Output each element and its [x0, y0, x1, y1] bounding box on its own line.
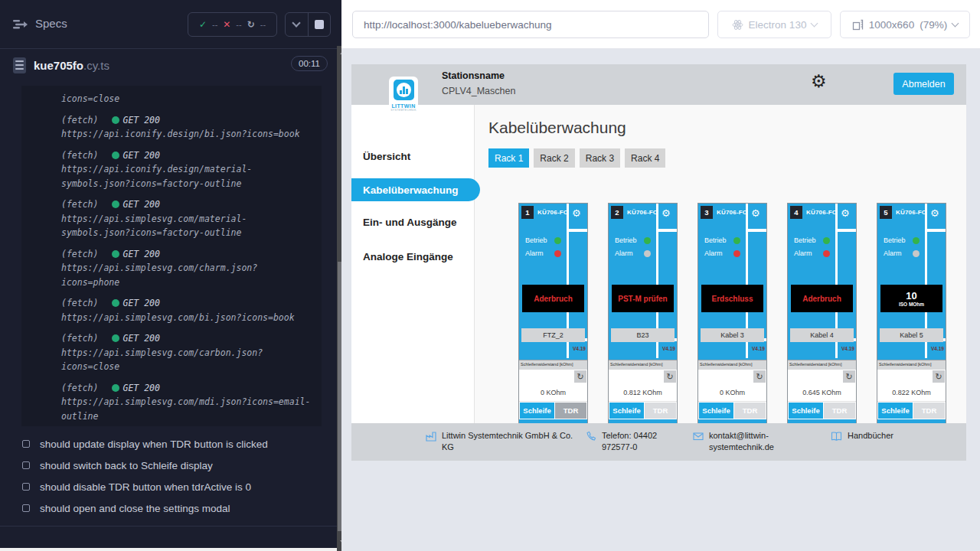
collapse-all-button[interactable] — [286, 13, 308, 36]
specs-menu-icon[interactable] — [12, 17, 29, 32]
tdr-button[interactable]: TDR — [645, 403, 676, 419]
tab-rack-4[interactable]: Rack 4 — [625, 148, 665, 168]
card-number-badge: 3 — [701, 206, 713, 219]
divider — [925, 229, 946, 232]
status-display: Aderbruch — [791, 285, 853, 312]
alarm-led — [823, 250, 830, 257]
settings-gear-icon[interactable]: ⚙ — [811, 73, 827, 90]
alarm-led — [913, 250, 920, 257]
sidebar-item-analoge-eingaenge[interactable]: Analoge Eingänge — [363, 251, 453, 262]
divider — [835, 229, 856, 232]
status-dot-icon — [112, 299, 119, 307]
schleife-button[interactable]: Schleife — [878, 403, 913, 419]
status-dot-icon — [112, 250, 119, 258]
phone-icon — [586, 431, 596, 442]
test-list: should update display when TDR button is… — [0, 433, 337, 519]
tab-rack-1[interactable]: Rack 1 — [488, 148, 529, 168]
log-entry: (fetch)GET 200 https://api.simplesvg.com… — [61, 247, 317, 290]
refresh-button[interactable]: ↻ — [574, 370, 586, 383]
refresh-icon: ↻ — [577, 373, 583, 381]
test-state-icon — [22, 504, 30, 512]
station-name-value: CPLV4_Maschen — [442, 86, 515, 96]
app-footer: Littwin Systemtechnik GmbH & Co. KG Tele… — [351, 423, 966, 461]
card-model-label: KÜ706-FO — [537, 209, 568, 216]
electron-icon — [732, 19, 743, 31]
stop-icon — [315, 20, 324, 29]
failed-count: -- — [236, 20, 241, 29]
sidebar-item-ein-und-ausgaenge[interactable]: Ein- und Ausgänge — [363, 217, 457, 228]
schleife-button[interactable]: Schleife — [699, 403, 733, 419]
status-dot-icon — [112, 152, 119, 159]
betrieb-led — [644, 237, 651, 244]
url-input[interactable]: http://localhost:3000/kabelueberwachung — [352, 11, 709, 38]
betrieb-led — [823, 237, 830, 244]
card-gear-icon[interactable]: ⚙ — [841, 208, 850, 218]
schleife-button[interactable]: Schleife — [789, 403, 823, 419]
schleife-button[interactable]: Schleife — [520, 403, 554, 419]
specs-label[interactable]: Specs — [35, 17, 67, 30]
viewport-size: 1000x660 — [869, 19, 914, 31]
sidebar-item-uebersicht[interactable]: Übersicht — [363, 151, 410, 162]
refresh-button[interactable]: ↻ — [664, 370, 676, 383]
refresh-button[interactable]: ↻ — [843, 370, 855, 383]
spec-file-icon — [13, 57, 26, 73]
log-entry: (fetch)GET 200 https://api.iconify.desig… — [61, 113, 317, 142]
factory-icon — [426, 431, 436, 442]
device-card-5: 5 KÜ706-FO ⚙ Betrieb Alarm 10 ISO MOhm K… — [877, 203, 946, 444]
test-state-icon — [22, 483, 30, 491]
divider — [746, 229, 766, 232]
browser-select[interactable]: Electron 130 — [717, 11, 831, 38]
footer-manuals-link[interactable]: Handbücher — [831, 430, 893, 442]
pending-count: -- — [260, 20, 266, 29]
betrieb-led — [913, 237, 920, 244]
divider — [567, 229, 587, 232]
card-number-badge: 4 — [790, 206, 802, 219]
refresh-icon: ↻ — [935, 373, 942, 381]
measurement-value: 0.645 KOhm — [788, 389, 856, 396]
refresh-button[interactable]: ↻ — [933, 370, 945, 383]
tdr-button[interactable]: TDR — [555, 403, 586, 419]
measurement-display: ↻ 0.822 KOhm — [877, 370, 946, 402]
measurement-value: 0 KOhm — [698, 389, 766, 396]
measurement-value: 0.822 KOhm — [877, 389, 946, 396]
tab-rack-3[interactable]: Rack 3 — [580, 148, 620, 168]
status-dot-icon — [112, 116, 119, 124]
card-gear-icon[interactable]: ⚙ — [930, 208, 939, 218]
test-item[interactable]: should update display when TDR button is… — [0, 433, 337, 455]
run-controls — [285, 12, 331, 37]
divider — [656, 229, 677, 232]
card-gear-icon[interactable]: ⚙ — [662, 208, 671, 218]
screen: Specs ✓ -- ✕ -- ↻ -- kue705fo.cy.ts 00:1… — [0, 0, 980, 551]
reporter-header: Specs ✓ -- ✕ -- ↻ -- — [0, 0, 341, 49]
tdr-button[interactable]: TDR — [734, 403, 766, 419]
stop-run-button[interactable] — [308, 13, 331, 36]
card-gear-icon[interactable]: ⚙ — [751, 208, 760, 218]
device-card-4: 4 KÜ706-FO ⚙ Betrieb Alarm Aderbruch Kab… — [787, 203, 857, 444]
status-dot-icon — [112, 384, 119, 392]
refresh-button[interactable]: ↻ — [753, 370, 766, 383]
pending-icon: ↻ — [247, 19, 255, 30]
test-item[interactable]: should switch back to Schleife display — [0, 455, 337, 476]
tab-rack-2[interactable]: Rack 2 — [534, 148, 574, 168]
measurement-value: 0.812 KOhm — [609, 389, 677, 396]
cable-name: Kabel 5 — [880, 328, 943, 342]
littwin-logo: LITTWIN SYSTEMTECHNIK — [389, 77, 418, 124]
sidebar-item-kabelueberwachung[interactable]: Kabelüberwachung — [351, 178, 480, 201]
email-icon — [693, 431, 704, 442]
tdr-button[interactable]: TDR — [913, 403, 945, 419]
test-item[interactable]: should disable TDR button when tdrActive… — [0, 476, 337, 497]
logout-button[interactable]: Abmelden — [893, 73, 954, 95]
alarm-led — [644, 250, 651, 257]
command-log[interactable]: icons=close (fetch)GET 200 https://api.i… — [21, 86, 322, 426]
alarm-led — [554, 250, 561, 257]
browser-toolbar: http://localhost:3000/kabelueberwachung … — [341, 0, 980, 49]
test-stats: ✓ -- ✕ -- ↻ -- — [188, 12, 277, 37]
card-gear-icon[interactable]: ⚙ — [572, 208, 581, 218]
test-item[interactable]: should open and close the settings modal — [0, 497, 337, 519]
tdr-button[interactable]: TDR — [824, 403, 855, 419]
viewport-select[interactable]: 1000x660 (79%) — [840, 11, 970, 38]
footer-company: Littwin Systemtechnik GmbH & Co. KG — [426, 430, 583, 453]
spec-header[interactable]: kue705fo.cy.ts 00:11 — [0, 54, 341, 82]
schleife-button[interactable]: Schleife — [609, 403, 644, 419]
cable-name: FTZ_2 — [521, 328, 585, 342]
